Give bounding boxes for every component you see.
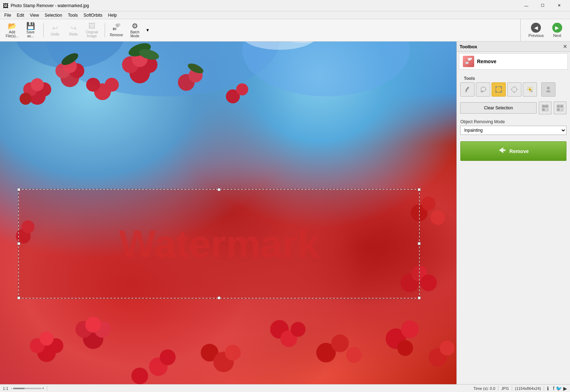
menu-edit[interactable]: Edit: [14, 12, 27, 18]
magic-wand-outline-tool[interactable]: [507, 82, 521, 97]
stamp-tool[interactable]: [541, 82, 555, 97]
menu-file[interactable]: File: [1, 12, 14, 18]
menu-view[interactable]: View: [27, 12, 42, 18]
svg-point-45: [213, 352, 234, 372]
separator-status-1: [47, 386, 47, 391]
info-icon[interactable]: ℹ: [547, 386, 549, 391]
save-as-icon: 💾: [26, 22, 35, 29]
remove-label: Remove: [110, 33, 123, 37]
batch-mode-button[interactable]: ⚙ BatchMode: [126, 21, 144, 40]
zoom-slider[interactable]: [13, 388, 42, 389]
maximize-button[interactable]: ☐: [535, 0, 551, 11]
svg-point-13: [20, 93, 32, 105]
separator-2: [105, 23, 105, 37]
social-icons: f 🐦 ▶: [553, 386, 567, 391]
svg-rect-91: [542, 108, 545, 111]
add-files-button[interactable]: 📂 AddFile(s)...: [3, 21, 21, 40]
svg-point-61: [422, 197, 435, 211]
separator-status-2: [498, 386, 498, 391]
next-icon: ▶: [552, 23, 562, 33]
original-image-button[interactable]: 🖼 OriginalImage: [83, 21, 101, 40]
remove-button[interactable]: Remove: [107, 21, 126, 39]
expand-icon[interactable]: ▼: [144, 26, 151, 34]
svg-rect-98: [560, 105, 563, 108]
menu-softorbits[interactable]: SoftOrbits: [81, 12, 105, 18]
toolbox-title: Toolbox: [460, 44, 477, 49]
svg-rect-74: [495, 86, 497, 88]
svg-point-53: [386, 328, 406, 349]
pencil-tool[interactable]: [460, 82, 475, 97]
svg-point-14: [61, 69, 79, 87]
save-as-button[interactable]: 💾 Saveas...: [21, 21, 40, 40]
svg-point-46: [225, 345, 241, 361]
svg-point-56: [428, 348, 447, 366]
svg-line-71: [465, 92, 467, 92]
batch-mode-icon: ⚙: [132, 22, 138, 29]
remove-action-label: Remove: [509, 148, 528, 154]
zoom-slider-fill: [13, 388, 24, 389]
menu-tools[interactable]: Tools: [65, 12, 81, 18]
tools-section: Tools: [457, 71, 570, 99]
status-bar: 1:1 - + Time (s): 0.0 JPG (1154x864x24) …: [0, 384, 570, 392]
rect-select-tool[interactable]: [492, 82, 506, 97]
next-label: Next: [553, 33, 561, 38]
toolbox-close-button[interactable]: ✕: [563, 44, 567, 49]
magic-wand-tool[interactable]: [523, 82, 537, 97]
canvas-area[interactable]: Watermark: [0, 42, 456, 384]
tools-row: [460, 82, 566, 97]
svg-rect-97: [557, 105, 560, 108]
twitter-icon[interactable]: 🐦: [556, 386, 562, 391]
mode-select[interactable]: Inpainting Content-Aware Fill Texture Sy…: [460, 126, 566, 135]
svg-point-30: [138, 47, 160, 61]
clear-selection-button[interactable]: Clear Selection: [460, 102, 537, 114]
zoom-out-button[interactable]: [554, 102, 566, 114]
redo-button[interactable]: ↪ Redo: [64, 21, 83, 39]
add-files-label: AddFile(s)...: [6, 30, 18, 38]
zoom-in-button[interactable]: [539, 102, 552, 114]
file-group: 📂 AddFile(s)... 💾 Saveas...: [3, 21, 40, 40]
youtube-icon[interactable]: ▶: [563, 386, 567, 391]
undo-icon: ↩: [52, 24, 58, 32]
svg-point-52: [346, 347, 362, 363]
zoom-in-status[interactable]: +: [42, 386, 44, 390]
previous-label: Previous: [528, 33, 544, 38]
lasso-tool[interactable]: [476, 82, 490, 97]
previous-icon: ◀: [531, 23, 541, 33]
facebook-icon[interactable]: f: [553, 386, 554, 391]
svg-point-58: [16, 229, 31, 244]
format-label: JPG: [501, 386, 509, 391]
svg-point-41: [131, 368, 148, 384]
svg-point-7: [242, 42, 317, 50]
close-button[interactable]: ✕: [551, 0, 567, 11]
batch-mode-label: BatchMode: [130, 30, 139, 38]
menu-help[interactable]: Help: [105, 12, 120, 18]
window-controls: — ☐ ✕: [518, 0, 567, 11]
mode-label: Object Removing Mode: [460, 119, 566, 124]
svg-marker-103: [499, 147, 505, 153]
svg-point-16: [70, 63, 84, 78]
svg-point-49: [291, 322, 306, 337]
svg-rect-76: [495, 91, 497, 93]
window-title: Photo Stamp Remover - watermarked.jpg: [11, 3, 518, 8]
svg-point-50: [316, 343, 336, 363]
svg-line-85: [528, 87, 528, 88]
svg-rect-92: [546, 108, 547, 111]
original-image-icon: 🖼: [88, 22, 95, 29]
previous-button[interactable]: ◀ Previous: [526, 21, 547, 39]
svg-point-35: [48, 338, 63, 353]
svg-point-36: [40, 332, 54, 345]
svg-point-19: [86, 78, 100, 92]
next-button[interactable]: ▶ Next: [549, 21, 565, 39]
undo-button[interactable]: ↩ Undo: [46, 21, 64, 39]
separator-status-3: [512, 386, 512, 391]
svg-point-4: [46, 42, 279, 96]
minimize-button[interactable]: —: [518, 0, 535, 11]
toolbox-header: Toolbox ✕: [457, 42, 570, 52]
svg-point-63: [401, 273, 419, 292]
menu-selection[interactable]: Selection: [42, 12, 65, 18]
zoom-out-status[interactable]: -: [11, 386, 12, 390]
remove-action-button[interactable]: Remove: [460, 141, 566, 161]
svg-rect-100: [560, 108, 561, 111]
photo-background: [0, 42, 456, 384]
original-image-label: OriginalImage: [86, 30, 98, 38]
